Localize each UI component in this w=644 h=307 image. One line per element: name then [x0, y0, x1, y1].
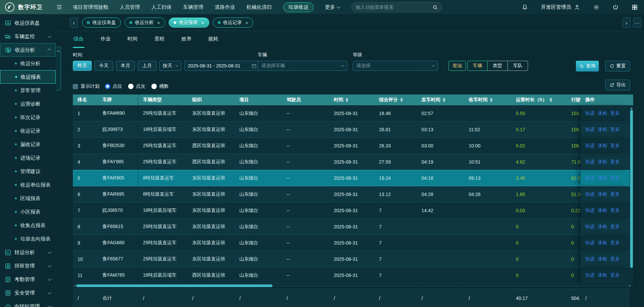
metric-radio[interactable]: 点位: [105, 83, 122, 89]
segment-button[interactable]: 类型: [488, 61, 508, 71]
action-link[interactable]: 轨迹: [585, 207, 595, 214]
table-row[interactable]: 6鲁FAR6958吨垃圾直运车东区垃圾直运班山东烟台--2025-08-3113…: [73, 186, 630, 202]
show-plan-checkbox[interactable]: [73, 84, 78, 89]
action-link[interactable]: 更多: [610, 207, 620, 214]
action-link[interactable]: 更多: [610, 191, 620, 197]
segment-button[interactable]: 车队: [508, 61, 528, 71]
date-quick-button[interactable]: 上月: [138, 61, 156, 71]
tabs-more-button[interactable]: ···: [633, 18, 641, 28]
top-menu-item[interactable]: 垃圾收运: [283, 2, 314, 12]
level-select[interactable]: 请选择: [353, 61, 438, 71]
sidebar-subitem[interactable]: 收运报表: [0, 70, 56, 84]
subtab-4[interactable]: 效率: [181, 34, 192, 47]
sidebar-subitem[interactable]: 漏收记录: [0, 138, 56, 151]
action-link[interactable]: 体检: [598, 272, 607, 278]
table-row[interactable]: 7皖J0857018吨后装压缩车东区垃圾直运班山东烟台--2025-08-317…: [73, 202, 630, 219]
subtab-1[interactable]: 作业: [100, 34, 111, 47]
action-link[interactable]: 轨迹: [585, 175, 595, 181]
scroll-up-icon[interactable]: [631, 107, 633, 109]
sidebar-subitem[interactable]: 小区报表: [0, 205, 56, 219]
action-link[interactable]: 体检: [598, 110, 607, 116]
action-link[interactable]: 体检: [598, 143, 607, 149]
action-link[interactable]: 体检: [598, 256, 607, 262]
close-icon[interactable]: ×: [245, 20, 248, 26]
top-menu-item[interactable]: 机械化清扫: [246, 4, 272, 10]
vehicle-select[interactable]: 请选择车辆: [258, 61, 347, 71]
tabs-scroll-left-button[interactable]: ‹: [70, 18, 78, 28]
action-link[interactable]: 轨迹: [585, 240, 595, 246]
action-link[interactable]: 轨迹: [585, 224, 595, 230]
sidebar-item[interactable]: 转运分析: [0, 246, 56, 259]
action-link[interactable]: 体检: [598, 175, 607, 181]
sidebar-subitem[interactable]: 班次记录: [0, 111, 56, 124]
column-header-depart[interactable]: 发车时间: [417, 94, 464, 105]
date-quick-button[interactable]: 本月: [116, 61, 135, 71]
filter-collapse-handle[interactable]: [56, 47, 61, 90]
apps-grid-icon[interactable]: [632, 4, 638, 10]
user-area[interactable]: 开发区管理员: [541, 4, 580, 10]
action-link[interactable]: 体检: [598, 224, 607, 230]
tab-pill[interactable]: 收运记录×: [213, 18, 254, 28]
reset-button[interactable]: 重置: [605, 61, 630, 72]
sidebar-item[interactable]: 车辆监控: [0, 30, 56, 43]
action-link[interactable]: 轨迹: [585, 256, 595, 262]
tab-pill[interactable]: 收运分析×: [124, 18, 165, 28]
vertical-scrollbar-thumb[interactable]: [630, 110, 633, 268]
tabs-scroll-right-button[interactable]: ›: [622, 18, 631, 28]
action-link[interactable]: 轨迹: [585, 143, 595, 149]
sort-icon[interactable]: [346, 96, 348, 103]
table-row[interactable]: 2皖J0897318吨后装压缩车东区垃圾直运班山东烟台--2025-08-312…: [73, 121, 630, 138]
action-link[interactable]: 轨迹: [585, 191, 595, 197]
close-icon[interactable]: ×: [201, 20, 204, 26]
granularity-select[interactable]: 按天: [159, 61, 181, 71]
action-link[interactable]: 更多: [610, 240, 620, 246]
top-menu-item[interactable]: 更多: [325, 4, 340, 10]
tab-pill[interactable]: 收运仪表盘: [82, 18, 121, 28]
action-link[interactable]: 体检: [598, 159, 607, 165]
horizontal-scrollbar[interactable]: [73, 284, 632, 287]
sort-icon[interactable]: [550, 96, 552, 103]
subtab-3[interactable]: 里程: [154, 34, 165, 47]
sidebar-subitem[interactable]: 垃圾去向报表: [0, 232, 56, 246]
sidebar-subitem[interactable]: 收运单位报表: [0, 178, 56, 192]
menu-search-input[interactable]: [356, 4, 432, 10]
date-range-input[interactable]: 2025-08-31 - 2025-08-31: [184, 61, 260, 71]
gear-icon[interactable]: [593, 4, 599, 10]
date-quick-button[interactable]: 今天: [94, 61, 113, 71]
sidebar-subitem[interactable]: 收运分析: [0, 57, 56, 70]
subtab-5[interactable]: 能耗: [208, 34, 219, 47]
subtab-2[interactable]: 时间: [127, 34, 138, 47]
column-header-date[interactable]: 时间: [329, 94, 374, 105]
top-menu-item[interactable]: 道路作业: [215, 4, 235, 10]
action-link[interactable]: 轨迹: [585, 110, 595, 116]
sidebar-item[interactable]: 中转站管理: [0, 300, 56, 307]
menu-collapse-icon[interactable]: [56, 4, 63, 10]
table-row[interactable]: 8鲁F6561525吨垃圾直运车东区垃圾直运班山东烟台--2025-08-317…: [73, 219, 630, 235]
sort-icon[interactable]: [490, 96, 493, 103]
horizontal-scrollbar-thumb[interactable]: [76, 284, 272, 287]
bell-icon[interactable]: [522, 4, 528, 10]
action-link[interactable]: 轨迹: [585, 159, 595, 165]
date-quick-button[interactable]: 昨天: [73, 61, 92, 71]
top-menu-item[interactable]: 车辆管理: [183, 4, 203, 10]
top-menu-item[interactable]: 人员管理: [120, 4, 140, 10]
column-header-score[interactable]: 综合评分: [374, 94, 417, 105]
fuel-diesel-button[interactable]: 柴油: [448, 61, 466, 71]
sidebar-subitem[interactable]: 区域报表: [0, 192, 56, 205]
action-link[interactable]: 更多: [610, 175, 620, 181]
column-header-return[interactable]: 收车时间: [464, 94, 511, 105]
sidebar-subitem[interactable]: 运营诊断: [0, 97, 56, 111]
action-link[interactable]: 体检: [598, 207, 607, 214]
sidebar-item[interactable]: 收运分析: [0, 43, 56, 57]
action-link[interactable]: 体检: [598, 191, 607, 197]
action-link[interactable]: 更多: [610, 143, 620, 149]
action-link[interactable]: 轨迹: [585, 272, 595, 278]
action-link[interactable]: 更多: [610, 159, 620, 165]
table-row[interactable]: 1鲁FAM69025吨垃圾直运车东区垃圾直运班山东烟台--2025-08-311…: [73, 105, 630, 121]
action-link[interactable]: 更多: [610, 272, 620, 278]
action-link[interactable]: 更多: [610, 224, 620, 230]
search-icon[interactable]: [432, 4, 438, 10]
sidebar-subitem[interactable]: 收集点报表: [0, 219, 56, 232]
action-link[interactable]: 更多: [610, 127, 620, 133]
top-menu-item[interactable]: 项目管理驾驶舱: [73, 4, 108, 10]
